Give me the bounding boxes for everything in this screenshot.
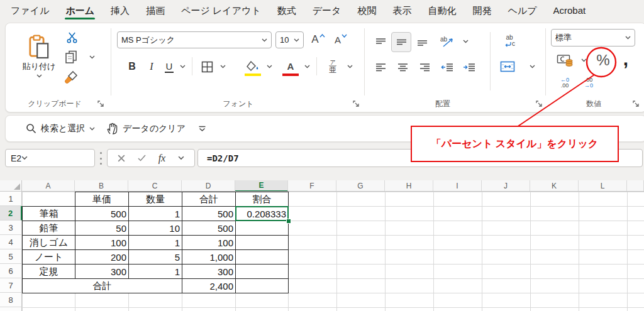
alignment-dialog-launcher-icon[interactable]	[536, 101, 543, 108]
comma-style-button[interactable]: ,	[619, 48, 632, 70]
cell-C4[interactable]: 1	[128, 235, 182, 250]
ribbon-tab-3[interactable]: 挿入	[103, 1, 138, 20]
cancel-icon[interactable]	[118, 155, 125, 162]
formula-bar-drag-handle[interactable]	[98, 152, 103, 165]
ribbon-tab-2[interactable]: ホーム	[57, 1, 103, 20]
merge-dropdown[interactable]	[528, 62, 536, 71]
increase-decimal-button[interactable]: .00 →0	[578, 75, 599, 91]
cell-B2[interactable]: 500	[75, 206, 129, 221]
phonetic-guide-button[interactable]: ア 亜	[324, 56, 341, 77]
row-header-2[interactable]: 2	[0, 206, 22, 221]
borders-button[interactable]	[198, 58, 216, 75]
cell-E1[interactable]: 割合	[235, 192, 289, 207]
ribbon-tab-5[interactable]: ページ レイアウト	[173, 1, 269, 20]
row-header-6[interactable]: 6	[0, 264, 22, 278]
insert-function-icon[interactable]: fx	[158, 153, 166, 164]
align-bottom-button[interactable]	[414, 35, 430, 50]
copy-button[interactable]	[62, 48, 80, 66]
cell-C2[interactable]: 1	[128, 206, 182, 221]
collapse-flyout-button[interactable]	[198, 116, 206, 141]
select-all-corner[interactable]	[0, 180, 22, 192]
align-right-button[interactable]	[416, 60, 433, 75]
merge-center-button[interactable]	[497, 58, 518, 75]
font-color-dropdown[interactable]	[303, 62, 311, 71]
cell-B4[interactable]: 100	[75, 235, 129, 250]
phonetic-dropdown[interactable]	[345, 62, 354, 71]
ribbon-tab-4[interactable]: 描画	[138, 1, 173, 20]
decrease-font-button[interactable]: A	[331, 31, 350, 48]
cell-C6[interactable]: 1	[128, 264, 182, 279]
cell-D7[interactable]: 2,400	[182, 278, 236, 293]
cell-E4[interactable]	[235, 235, 289, 250]
column-header-K[interactable]: K	[530, 180, 579, 192]
ribbon-tab-8[interactable]: 校閲	[349, 1, 384, 20]
column-header-D[interactable]: D	[182, 180, 235, 192]
cell-E7[interactable]	[235, 278, 289, 293]
cell-E5[interactable]	[235, 249, 289, 265]
cell-A7[interactable]: 合計	[22, 278, 182, 293]
column-header-B[interactable]: B	[75, 180, 128, 192]
find-select-button[interactable]: 検索と選択	[26, 116, 95, 141]
italic-button[interactable]: I	[144, 57, 159, 76]
column-header-A[interactable]: A	[22, 180, 75, 192]
cell-D2[interactable]: 500	[182, 206, 236, 221]
increase-font-button[interactable]: A	[309, 31, 328, 48]
cell-C1[interactable]: 数量	[128, 192, 182, 207]
number-dialog-launcher-icon[interactable]	[633, 101, 640, 108]
underline-button[interactable]: U	[162, 57, 177, 76]
column-header-L[interactable]: L	[579, 180, 627, 192]
row-header-5[interactable]: 5	[0, 249, 22, 264]
column-header-F[interactable]: F	[288, 180, 336, 192]
format-painter-button[interactable]	[62, 68, 81, 86]
cell-D5[interactable]: 1,000	[182, 249, 236, 265]
ribbon-tab-1[interactable]: ファイル	[3, 1, 57, 20]
ribbon-tab-6[interactable]: 数式	[269, 1, 304, 20]
align-left-button[interactable]	[372, 60, 389, 75]
cell-D3[interactable]: 500	[182, 221, 236, 236]
cell-A5[interactable]: ノート	[22, 249, 75, 265]
font-color-button[interactable]: A	[281, 56, 300, 76]
name-box[interactable]: E2	[5, 149, 95, 167]
underline-dropdown[interactable]	[178, 62, 187, 71]
row-header-1[interactable]: 1	[0, 192, 22, 206]
cell-B5[interactable]: 200	[75, 249, 129, 265]
ribbon-tab-13[interactable]: Acrobat	[545, 1, 594, 20]
ribbon-tab-10[interactable]: 自動化	[419, 1, 464, 20]
cell-B3[interactable]: 50	[75, 221, 129, 236]
font-name-select[interactable]: MS Pゴシック	[117, 31, 272, 48]
bold-button[interactable]: B	[124, 57, 140, 76]
align-center-button[interactable]	[394, 60, 411, 75]
orientation-dropdown[interactable]	[461, 37, 470, 46]
percent-style-button[interactable]: %	[592, 50, 614, 71]
row-header-9[interactable]	[0, 307, 22, 311]
decrease-decimal-button[interactable]: ←0 .00	[554, 75, 575, 91]
cell-D4[interactable]: 100	[182, 235, 236, 250]
orientation-button[interactable]: ab	[437, 33, 458, 50]
ribbon-tab-9[interactable]: 表示	[384, 1, 419, 20]
cell-D6[interactable]: 300	[182, 264, 236, 279]
increase-indent-button[interactable]	[460, 60, 478, 75]
row-header-8[interactable]: 8	[0, 293, 22, 307]
column-header-E[interactable]: E	[235, 180, 288, 192]
worksheet-grid[interactable]: ABCDEFGHIJKL12345678単価数量合計割合筆箱50015000.2…	[0, 180, 644, 311]
cell-B6[interactable]: 300	[75, 264, 129, 279]
cell-D1[interactable]: 合計	[182, 192, 236, 207]
column-header-M[interactable]	[627, 180, 644, 192]
cell-A2[interactable]: 筆箱	[22, 206, 75, 221]
ribbon-tab-7[interactable]: データ	[304, 1, 350, 20]
accounting-dropdown[interactable]	[579, 56, 588, 65]
cell-A3[interactable]: 鉛筆	[22, 221, 75, 236]
wrap-text-button[interactable]: ab c	[499, 32, 520, 50]
ribbon-tab-12[interactable]: ヘルプ	[499, 1, 545, 20]
clipboard-dialog-launcher-icon[interactable]	[97, 101, 105, 108]
font-dialog-launcher-icon[interactable]	[353, 101, 360, 108]
align-middle-button[interactable]	[391, 32, 411, 52]
row-header-4[interactable]: 4	[0, 235, 22, 249]
number-format-select[interactable]: 標準	[551, 29, 635, 46]
cut-button[interactable]	[64, 30, 80, 45]
column-header-H[interactable]: H	[385, 180, 433, 192]
cell-B1[interactable]: 単価	[75, 192, 129, 207]
cell-A4[interactable]: 消しゴム	[22, 235, 75, 250]
cell-E3[interactable]	[235, 221, 289, 236]
cell-A6[interactable]: 定規	[22, 264, 75, 279]
